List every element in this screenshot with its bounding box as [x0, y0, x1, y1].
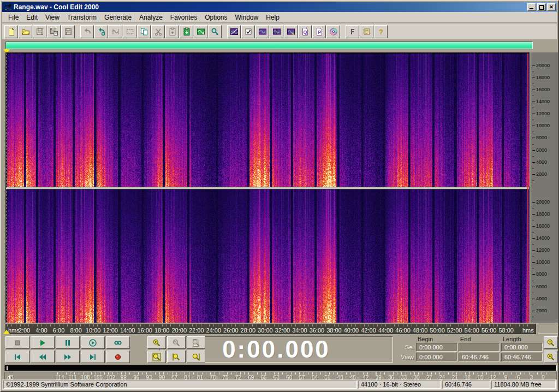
- help-button[interactable]: ?: [374, 25, 388, 38]
- open-file-button[interactable]: [19, 25, 32, 38]
- magnifier-document-icon: [192, 338, 200, 347]
- zoom-left-edge-button[interactable]: [167, 351, 186, 363]
- menu-favorites[interactable]: Favorites: [166, 13, 201, 22]
- freq-minor-tick: [532, 256, 534, 257]
- go-to-beginning-button[interactable]: [5, 351, 29, 363]
- time-tick-label: 54:00: [462, 327, 481, 334]
- select-all-button[interactable]: [123, 25, 136, 38]
- sel-length-cell[interactable]: 0:00.000: [501, 343, 543, 352]
- freq-minor-tick: [532, 108, 534, 108]
- frequency-ruler[interactable]: 2000018000160001400012000100008000600040…: [531, 52, 559, 323]
- sel-end-cell[interactable]: [459, 343, 500, 352]
- freq-tick-label: 2000: [536, 308, 547, 313]
- menu-help[interactable]: Help: [262, 13, 283, 22]
- cd-player-button[interactable]: [326, 25, 340, 38]
- freq-tick: [532, 102, 535, 102]
- wave-block-b-button[interactable]: [270, 25, 283, 38]
- time-tick-label: 10:00: [84, 327, 103, 334]
- script-q-button[interactable]: Q: [298, 25, 312, 38]
- zoom-right-edge-button[interactable]: [187, 351, 205, 363]
- menu-view[interactable]: View: [41, 13, 63, 22]
- time-tick-label: 44:00: [377, 327, 395, 334]
- minimize-button[interactable]: [527, 3, 536, 11]
- vertical-zoom-out-button[interactable]: [544, 336, 558, 349]
- title-bar[interactable]: Range.wav - Cool Edit 2000 ✕: [2, 2, 557, 12]
- new-file-button[interactable]: [4, 25, 18, 38]
- fast-forward-button[interactable]: [56, 351, 80, 363]
- time-ruler[interactable]: hms hms 2:004:006:008:0010:0012:0014:001…: [5, 324, 536, 334]
- freq-minor-tick: [532, 72, 534, 72]
- freq-tick-label: 10000: [536, 259, 550, 265]
- go-to-end-button[interactable]: [81, 351, 105, 363]
- view-end-cell[interactable]: 60:46.746: [459, 353, 500, 361]
- view-length-cell[interactable]: 60:46.746: [501, 353, 543, 361]
- menu-generate[interactable]: Generate: [100, 13, 135, 22]
- time-tick-label: 30:00: [256, 327, 275, 334]
- freq-tick-label: 20000: [536, 199, 550, 205]
- scripts-button[interactable]: [360, 25, 373, 38]
- spectrogram-display[interactable]: [5, 52, 530, 323]
- save-selection-button[interactable]: [61, 25, 75, 38]
- freq-tick: [532, 66, 535, 66]
- frequency-analysis-button[interactable]: [346, 25, 359, 38]
- stop-button[interactable]: [5, 336, 29, 349]
- view-begin-cell[interactable]: 0:00.000: [416, 353, 457, 361]
- freq-minor-tick: [532, 305, 534, 305]
- cut-button[interactable]: [151, 25, 165, 38]
- menu-options[interactable]: Options: [201, 13, 231, 22]
- mix-paste-button[interactable]: [194, 25, 207, 38]
- convert-sample-type-button[interactable]: [208, 25, 222, 38]
- wave-block-c-button[interactable]: [284, 25, 298, 38]
- zoom-out-button[interactable]: [167, 336, 186, 349]
- level-meter[interactable]: [4, 365, 557, 371]
- zoom-in-button[interactable]: [147, 336, 166, 349]
- playhead-marker-bottom[interactable]: [3, 330, 10, 334]
- play-looped-button[interactable]: [81, 336, 105, 349]
- restore-icon: [539, 5, 544, 10]
- menu-window[interactable]: Window: [231, 13, 263, 22]
- spectral-view-button[interactable]: [227, 25, 241, 38]
- time-tick-label: 24:00: [204, 327, 223, 334]
- stop-icon: [13, 338, 22, 347]
- wave-block-a-button[interactable]: [255, 25, 269, 38]
- menu-edit[interactable]: Edit: [22, 13, 41, 22]
- menu-analyze[interactable]: Analyze: [135, 13, 166, 22]
- freq-tick: [532, 138, 535, 138]
- options-check-button[interactable]: [241, 25, 255, 38]
- paste-to-new-button[interactable]: [180, 25, 193, 38]
- svg-text:P: P: [317, 29, 320, 35]
- freq-tick: [532, 174, 535, 175]
- restore-button[interactable]: [537, 3, 546, 11]
- record-button[interactable]: [106, 351, 130, 363]
- save-as-button[interactable]: [47, 25, 61, 38]
- selection-view-table: Begin End Length Sel View 0:00.000 0:00.…: [397, 335, 542, 364]
- rewind-button[interactable]: [31, 351, 55, 363]
- close-button[interactable]: ✕: [547, 3, 556, 11]
- menu-file[interactable]: File: [4, 13, 22, 22]
- zoom-to-selection-button[interactable]: [187, 336, 205, 349]
- sel-begin-cell[interactable]: 0:00.000: [416, 343, 457, 352]
- freq-minor-tick: [532, 317, 534, 317]
- freq-tick: [532, 214, 535, 215]
- freq-tick-label: 16000: [536, 87, 550, 92]
- spectrogram-left-channel[interactable]: [7, 54, 530, 187]
- repeat-last-button[interactable]: [94, 25, 108, 38]
- paste-button[interactable]: [165, 25, 179, 38]
- play-button[interactable]: [31, 336, 55, 349]
- vertical-zoom-in-button[interactable]: [544, 351, 558, 363]
- copy-button[interactable]: [137, 25, 151, 38]
- undo-button[interactable]: [80, 25, 94, 38]
- view-range-bar[interactable]: [5, 41, 533, 49]
- loop-button[interactable]: [106, 336, 130, 349]
- time-tick-label: 58:00: [497, 327, 515, 334]
- trim-button[interactable]: [109, 25, 122, 38]
- playback-cursor-line[interactable]: [7, 54, 7, 323]
- menu-transform[interactable]: Transform: [63, 13, 100, 22]
- pause-button[interactable]: [56, 336, 80, 349]
- script-p-button[interactable]: P: [312, 25, 326, 38]
- freq-minor-tick: [532, 293, 534, 293]
- zoom-full-button[interactable]: [147, 351, 166, 363]
- freq-tick-label: 2000: [536, 171, 547, 177]
- save-file-button[interactable]: [33, 25, 46, 38]
- spectrogram-right-channel[interactable]: [7, 189, 530, 323]
